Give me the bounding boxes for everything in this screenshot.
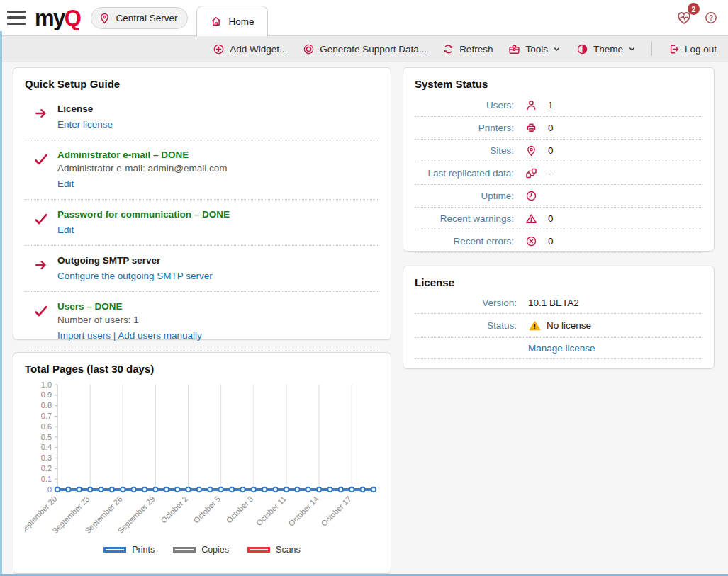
action-toolbar: Add Widget...Generate Support Data...Ref…: [0, 35, 728, 62]
quick-setup-link[interactable]: Edit: [57, 225, 74, 235]
data-point: [317, 487, 322, 492]
status-row-label: Recent warnings:: [415, 213, 514, 224]
menu-hamburger-icon[interactable]: [7, 11, 26, 25]
status-row: Last replicated data:-: [415, 162, 702, 185]
status-row-label: Last replicated data:: [415, 168, 514, 179]
quick-setup-link[interactable]: Import users: [57, 330, 111, 341]
data-point: [252, 487, 257, 492]
x-axis-tick-label: October 5: [191, 495, 222, 525]
status-row: Sites:0: [415, 140, 702, 162]
toolbar-button-label: Log out: [685, 44, 717, 55]
license-status-label: Status:: [415, 320, 517, 331]
data-point: [121, 487, 125, 492]
quick-setup-link[interactable]: Configure the outgoing SMTP server: [57, 271, 213, 281]
quick-setup-item-subtitle: Administrator e-mail: admin@email.com: [57, 163, 379, 174]
total-pages-title: Total Pages (last 30 days): [25, 363, 379, 375]
data-point: [175, 487, 180, 492]
data-point: [360, 487, 365, 492]
license-manage-row: Manage license: [415, 338, 702, 359]
quick-setup-item: Outgoing SMTP serverConfigure the outgoi…: [25, 246, 379, 292]
chevron-down-icon: [628, 45, 636, 53]
quick-setup-item: Users – DONENumber of users: 1Import use…: [25, 292, 379, 351]
data-point: [327, 487, 332, 492]
status-row-value: -: [548, 168, 702, 179]
todo-arrow-icon: [33, 257, 49, 273]
central-server-label: Central Server: [116, 13, 177, 23]
data-point: [273, 487, 278, 492]
quick-setup-item-links: Configure the outgoing SMTP server: [57, 271, 379, 281]
x-axis-tick-label: October 17: [320, 495, 353, 528]
status-row-value: 0: [548, 145, 702, 156]
status-row: Uptime:: [415, 185, 702, 208]
toolbar-log-out-button[interactable]: Log out: [668, 43, 717, 55]
legend-label: Copies: [201, 545, 229, 555]
refresh-icon: [442, 43, 454, 55]
data-point: [186, 487, 191, 492]
quick-setup-link[interactable]: Edit: [57, 179, 74, 189]
quick-setup-item-links: Import users | Add users manually: [57, 330, 379, 341]
data-point: [339, 487, 344, 492]
quick-setup-guide-panel: Quick Setup Guide LicenseEnter licenseAd…: [13, 67, 391, 340]
license-title: License: [415, 276, 702, 288]
plus-circle-icon: [213, 43, 225, 55]
quick-setup-item-title: Administrator e-mail – DONE: [57, 149, 379, 160]
toolbar-button-label: Generate Support Data...: [320, 44, 427, 55]
home-icon: [210, 15, 223, 28]
legend-label: Scans: [276, 545, 301, 555]
chevron-down-icon: [553, 45, 561, 53]
data-point: [77, 487, 82, 492]
help-button[interactable]: ?: [704, 11, 718, 25]
data-point: [306, 487, 310, 492]
logout-icon: [668, 43, 680, 55]
top-bar: myQ Central Server Home 2 ?: [0, 0, 728, 35]
warning-triangle-icon: [528, 319, 542, 332]
status-row-label: Users:: [415, 100, 514, 111]
chart-legend: PrintsCopiesScans: [25, 545, 379, 555]
license-version-value: 10.1 BETA2: [528, 298, 702, 308]
toolbox-icon: [508, 43, 520, 55]
notification-badge: 2: [688, 3, 700, 15]
topbar-right-icons: 2 ?: [676, 9, 718, 26]
myq-admin-page: myQ Central Server Home 2 ? Add Widget..…: [0, 0, 728, 576]
toolbar-add-widget-button[interactable]: Add Widget...: [213, 43, 287, 55]
location-pin-icon: [99, 12, 111, 24]
system-health-button[interactable]: 2: [676, 9, 693, 26]
toolbar-tools-button[interactable]: Tools: [508, 43, 561, 55]
toolbar-divider: [651, 42, 652, 56]
clock-icon: [525, 190, 537, 202]
pin-icon: [525, 145, 537, 157]
quick-setup-item-links: Edit: [57, 179, 379, 189]
central-server-button[interactable]: Central Server: [91, 7, 188, 29]
y-axis-tick-label: 0.1: [41, 475, 52, 483]
data-point: [197, 487, 202, 492]
toolbar-button-label: Tools: [525, 44, 548, 55]
license-panel: License Version: 10.1 BETA2 Status: No l…: [403, 266, 715, 369]
data-point: [208, 487, 213, 492]
done-check-icon: [33, 211, 49, 227]
toolbar-theme-button[interactable]: Theme: [576, 43, 636, 55]
status-row-value: 1: [548, 100, 702, 111]
system-status-panel: System Status Users:1Printers:0Sites:0La…: [403, 67, 715, 252]
user-icon: [525, 99, 537, 111]
toolbar-refresh-button[interactable]: Refresh: [442, 43, 493, 55]
x-axis-tick-label: October 11: [254, 495, 287, 527]
quick-setup-link[interactable]: Add users manually: [118, 330, 202, 341]
done-check-icon: [33, 303, 49, 319]
data-point: [371, 487, 376, 492]
manage-license-link[interactable]: Manage license: [528, 343, 702, 354]
myq-logo: myQ: [35, 7, 80, 29]
quick-setup-link[interactable]: Enter license: [57, 119, 113, 130]
quick-setup-item-title: License: [57, 103, 379, 114]
toolbar-generate-support-data-button[interactable]: Generate Support Data...: [303, 43, 427, 55]
y-axis-tick-label: 0.3: [41, 453, 52, 462]
todo-arrow-icon: [33, 106, 49, 121]
support-data-icon: [303, 43, 315, 55]
legend-item-copies: Copies: [173, 545, 229, 555]
y-axis-tick-label: 0.5: [41, 433, 52, 441]
tab-home[interactable]: Home: [196, 6, 267, 36]
data-point: [295, 487, 300, 492]
system-status-rows: Users:1Printers:0Sites:0Last replicated …: [415, 94, 702, 253]
quick-setup-item: Password for communication – DONEEdit: [25, 200, 379, 246]
replication-icon: [525, 167, 537, 179]
data-point: [66, 487, 71, 492]
